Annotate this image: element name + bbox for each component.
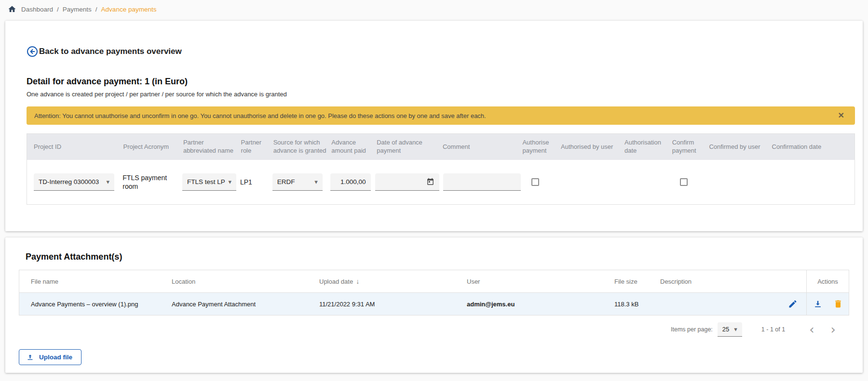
header-authorisation-date: Authorisation date — [624, 139, 668, 155]
partner-role-value: LP1 — [240, 178, 252, 186]
sort-desc-icon: ↓ — [356, 277, 359, 285]
header-actions: Actions — [806, 270, 849, 292]
previous-page-button[interactable]: ‹ — [803, 323, 820, 336]
source-select[interactable]: ERDF ▾ — [272, 173, 323, 191]
header-file-name[interactable]: File name — [19, 270, 172, 292]
page-subtitle: One advance is created per project / per… — [27, 91, 848, 98]
breadcrumb: Dashboard / Payments / Advance payments — [0, 0, 868, 16]
attachment-file-name: Advance Payments – overview (1).png — [19, 293, 172, 315]
arrow-circle-left-icon — [27, 46, 38, 57]
chevron-down-icon: ▾ — [734, 326, 737, 333]
download-button[interactable] — [813, 299, 823, 309]
paginator: Items per page: 25 ▾ 1 - 1 of 1 ‹ › — [19, 322, 849, 337]
header-upload-date[interactable]: Upload date ↓ — [319, 270, 467, 292]
header-user[interactable]: User — [467, 270, 614, 292]
header-source: Source for which advance is granted — [273, 139, 328, 155]
next-page-button[interactable]: › — [825, 323, 841, 336]
attachment-description — [660, 293, 806, 315]
attachments-table-header: File name Location Upload date ↓ User Fi… — [19, 270, 849, 293]
home-icon[interactable] — [8, 5, 16, 13]
breadcrumb-advance-payments[interactable]: Advance payments — [101, 6, 157, 13]
trash-icon — [833, 299, 843, 309]
upload-file-label: Upload file — [39, 354, 72, 361]
advance-payment-table-header: Project ID Project Acronym Partner abbre… — [27, 134, 854, 160]
source-value: ERDF — [277, 178, 295, 185]
advance-payment-detail-card: Back to advance payments overview Detail… — [5, 21, 863, 231]
project-id-select[interactable]: TD-Interreg 0300003 ▾ — [34, 173, 114, 191]
authorise-payment-checkbox[interactable] — [531, 178, 539, 186]
header-partner-role: Partner role — [241, 139, 270, 155]
page-title: Detail for advance payment: 1 (in Euro) — [27, 77, 848, 87]
back-link-label: Back to advance payments overview — [39, 47, 182, 56]
header-project-acronym: Project Acronym — [123, 143, 179, 151]
attachment-row: Advance Payments – overview (1).png Adva… — [19, 293, 849, 315]
calendar-icon[interactable] — [426, 178, 434, 186]
header-project-id: Project ID — [34, 143, 119, 151]
attachments-table: File name Location Upload date ↓ User Fi… — [19, 270, 849, 315]
header-confirmation-date: Confirmation date — [772, 143, 848, 151]
header-comment: Comment — [443, 143, 518, 151]
items-per-page-value: 25 — [722, 326, 729, 333]
pencil-icon — [788, 299, 798, 309]
header-confirmed-by-user: Confirmed by user — [709, 143, 768, 151]
breadcrumb-dashboard[interactable]: Dashboard — [21, 6, 53, 13]
upload-icon — [26, 353, 34, 361]
advance-payment-table: Project ID Project Acronym Partner abbre… — [27, 133, 855, 205]
edit-description-button[interactable] — [788, 299, 798, 309]
upload-file-button[interactable]: Upload file — [19, 349, 81, 365]
header-date-of-advance-payment: Date of advance payment — [377, 139, 439, 155]
items-per-page-label: Items per page: — [671, 326, 713, 333]
advance-payment-row: TD-Interreg 0300003 ▾ FTLS payment room … — [27, 160, 854, 204]
partner-name-value: FTLS test LP — [187, 178, 225, 185]
project-id-value: TD-Interreg 0300003 — [39, 178, 99, 185]
download-icon — [813, 299, 823, 309]
payment-attachments-card: Payment Attachment(s) File name Location… — [5, 237, 863, 373]
close-icon[interactable]: ✕ — [835, 112, 847, 119]
partner-abbreviated-name-select[interactable]: FTLS test LP ▾ — [182, 173, 236, 191]
header-partner-abbreviated-name: Partner abbreviated name — [183, 139, 237, 155]
breadcrumb-separator: / — [57, 6, 59, 13]
project-acronym-value: FTLS payment room — [122, 174, 167, 190]
header-file-size[interactable]: File size — [614, 270, 660, 292]
paginator-range: 1 - 1 of 1 — [761, 326, 785, 333]
attachment-file-size: 118.3 kB — [614, 293, 660, 315]
advance-amount-input[interactable]: 1.000,00 — [330, 173, 371, 191]
breadcrumb-payments[interactable]: Payments — [63, 6, 92, 13]
comment-input[interactable] — [443, 173, 521, 191]
back-to-overview-link[interactable]: Back to advance payments overview — [27, 21, 848, 57]
attachment-user: admin@jems.eu — [467, 293, 614, 315]
attachments-title: Payment Attachment(s) — [26, 252, 849, 262]
breadcrumb-separator: / — [95, 6, 97, 13]
advance-amount-value: 1.000,00 — [340, 178, 366, 185]
attachment-actions — [806, 293, 849, 315]
warning-text: Attention: You cannot unauthorise and un… — [34, 112, 835, 119]
header-authorise-payment: Authorise payment — [522, 139, 557, 155]
items-per-page-select[interactable]: 25 ▾ — [718, 322, 742, 337]
header-description[interactable]: Description — [660, 270, 806, 292]
header-location[interactable]: Location — [172, 270, 319, 292]
confirm-payment-checkbox[interactable] — [680, 178, 688, 186]
date-of-advance-payment-input[interactable] — [375, 173, 439, 191]
chevron-down-icon: ▾ — [228, 178, 231, 185]
warning-banner: Attention: You cannot unauthorise and un… — [27, 106, 855, 125]
chevron-down-icon: ▾ — [106, 178, 109, 185]
delete-button[interactable] — [833, 299, 843, 309]
attachment-upload-date: 11/21/2022 9:31 AM — [319, 293, 467, 315]
header-confirm-payment: Confirm payment — [672, 139, 705, 155]
header-advance-amount-paid: Advance amount paid — [331, 139, 373, 155]
chevron-down-icon: ▾ — [314, 178, 318, 185]
attachment-location: Advance Payment Attachment — [172, 293, 319, 315]
header-authorised-by-user: Authorised by user — [561, 143, 621, 151]
